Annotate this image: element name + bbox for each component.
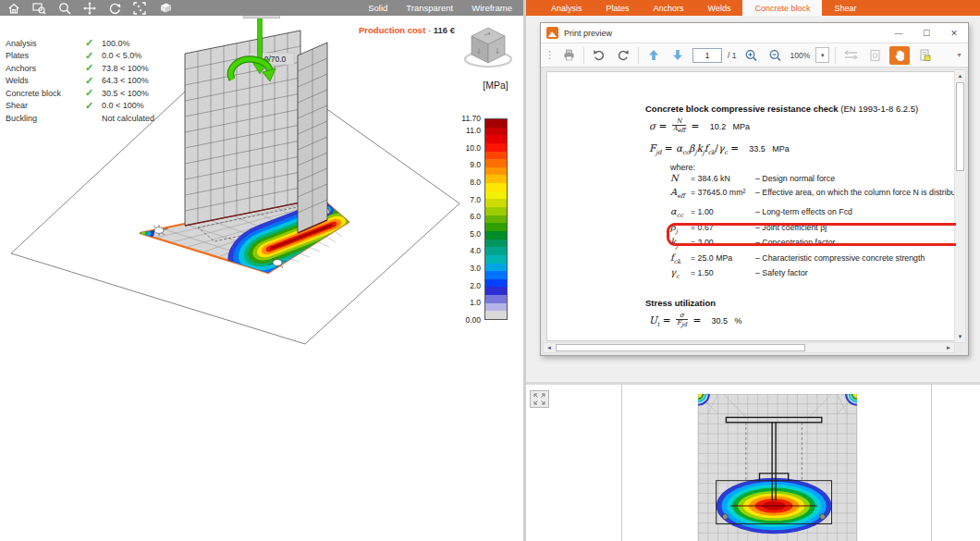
vertical-scroll-thumb[interactable]: [956, 82, 964, 171]
print-preview-app-icon: [546, 27, 558, 39]
scale-tick: 5.0: [438, 229, 481, 239]
horizontal-scroll-thumb[interactable]: [556, 344, 805, 351]
check-row[interactable]: BucklingNot calculated: [6, 112, 154, 125]
zoom-level-label: 100%: [790, 51, 810, 60]
check-row[interactable]: Welds✓64.3 < 100%: [6, 75, 154, 88]
print-button[interactable]: [559, 46, 578, 65]
fit-width-icon: [841, 46, 860, 65]
zoom-icon[interactable]: [58, 2, 71, 15]
param-row: αcc= 1.00– Long-term effects on Fcd: [670, 206, 683, 219]
tab-analysis[interactable]: Analysis: [539, 0, 594, 16]
tab-anchors[interactable]: Anchors: [642, 0, 696, 16]
check-row[interactable]: Concrete block✓30.5 < 100%: [6, 87, 154, 100]
zoom-out-icon[interactable]: [766, 46, 784, 65]
bottom-panel-divider: [621, 385, 622, 541]
idea-statica-app: 0.0/70.0 385.6: [0, 0, 980, 541]
sigma-formula: σ = NAeff = 10.2 MPa: [649, 118, 750, 135]
page-total-label: / 1: [728, 51, 736, 60]
home-icon[interactable]: [7, 2, 20, 15]
scroll-down-icon[interactable]: ▼: [955, 331, 965, 342]
scroll-right-icon[interactable]: ►: [943, 343, 954, 352]
stress-blob: [717, 478, 832, 535]
production-cost: Production cost - 116 €: [359, 25, 455, 35]
fjd-formula: Fjd = αccβjkjfck/γc = 33.5 MPa: [649, 142, 790, 156]
results-pane: AnalysisPlatesAnchorsWeldsConcrete block…: [526, 0, 980, 541]
scene-toolbar: Solid Transparent Wireframe: [0, 0, 523, 16]
scroll-left-icon[interactable]: ◄: [544, 343, 555, 352]
view-mode-wireframe[interactable]: Wireframe: [472, 3, 512, 13]
rotate-icon[interactable]: [108, 2, 121, 15]
check-pass-icon: ✓: [85, 75, 102, 87]
scale-unit-label: [MPa]: [467, 80, 523, 91]
print-preview-toolbar: ⋮ / 1: [541, 43, 968, 68]
view-mode-solid[interactable]: Solid: [368, 3, 387, 13]
toolbar-overflow-icon[interactable]: ▼: [956, 52, 964, 58]
utilization-formula: Ut = σFjd = 30.5 %: [649, 313, 741, 329]
stress-plot-thumbnail[interactable]: [696, 394, 859, 541]
page-number-input[interactable]: [692, 48, 722, 63]
next-page-icon[interactable]: [668, 46, 687, 65]
tab-plates[interactable]: Plates: [594, 0, 642, 16]
navigation-cube[interactable]: [462, 22, 514, 70]
previous-page-icon[interactable]: [644, 46, 663, 65]
expand-arrows-icon: [533, 393, 545, 405]
scale-tick: 8.0: [438, 178, 481, 187]
checks-panel: Analysis✓100.0%Plates✓0.0 < 5.0%Anchors✓…: [6, 37, 154, 125]
bottom-panel-divider: [931, 385, 932, 541]
param-row: βj= 0.67– Joint coefficient βj: [670, 222, 678, 235]
param-row: kj= 3.00– Concentration factor: [670, 237, 678, 250]
pane-splitter[interactable]: [523, 0, 526, 541]
scale-tick: 11.0: [438, 126, 481, 135]
scroll-up-icon[interactable]: ▲: [955, 70, 965, 81]
expand-button[interactable]: [530, 390, 549, 408]
scale-tick: 6.0: [438, 212, 481, 221]
report-page: Concrete block compressive resistance ch…: [546, 71, 957, 341]
pan-hand-button[interactable]: [889, 46, 910, 65]
tab-shear[interactable]: Shear: [822, 0, 868, 16]
close-icon[interactable]: ✕: [940, 23, 968, 43]
zoom-in-icon[interactable]: [741, 46, 760, 65]
solid-box-icon[interactable]: [158, 2, 173, 14]
zoom-window-icon[interactable]: [32, 2, 46, 15]
print-preview-titlebar[interactable]: Print preview — ☐ ✕: [541, 23, 968, 43]
tab-concrete-block[interactable]: Concrete block: [742, 0, 822, 16]
result-tabs: AnalysisPlatesAnchorsWeldsConcrete block…: [526, 0, 980, 16]
scale-tick: 9.0: [438, 160, 481, 169]
pan-icon[interactable]: [83, 2, 96, 15]
param-row: γc= 1.50– Safety factor: [670, 267, 680, 280]
column-flange-plate: [298, 43, 327, 233]
check-pass-icon: ✓: [85, 50, 102, 62]
check-row[interactable]: Plates✓0.0 < 5.0%: [6, 50, 154, 63]
param-row: N= 384.6 kN– Design normal force: [670, 173, 679, 186]
utilization-heading: Stress utilization: [645, 298, 716, 308]
zoom-dropdown[interactable]: ▼: [815, 47, 829, 63]
scale-tick: 7.0: [438, 195, 481, 204]
fit-page-icon: [865, 46, 884, 65]
scale-tick: 10.0: [438, 143, 481, 153]
vertical-scrollbar[interactable]: ▲ ▼: [954, 69, 966, 343]
window-title: Print preview: [564, 29, 885, 38]
maximize-icon[interactable]: ☐: [913, 23, 940, 43]
check-pass-icon: ✓: [85, 62, 102, 74]
check-row[interactable]: Analysis✓100.0%: [6, 37, 154, 50]
scale-tick: 3.0: [438, 264, 481, 273]
check-row[interactable]: Anchors✓73.8 < 100%: [6, 62, 154, 75]
view-mode-transparent[interactable]: Transparent: [406, 3, 453, 13]
tab-welds[interactable]: Welds: [696, 0, 743, 16]
print-preview-window: Print preview — ☐ ✕ ⋮: [540, 22, 969, 356]
minimize-icon[interactable]: —: [885, 23, 913, 43]
undo-icon[interactable]: [590, 46, 608, 65]
check-row[interactable]: Shear✓0.0 < 100%: [6, 100, 154, 113]
production-cost-label: Production cost: [359, 25, 425, 35]
toolbar-grip[interactable]: ⋮: [545, 49, 554, 61]
export-report-icon[interactable]: [915, 46, 934, 65]
redo-icon[interactable]: [614, 46, 632, 65]
horizontal-scrollbar[interactable]: ◄ ►: [543, 342, 955, 353]
check-pass-icon: ✓: [85, 37, 102, 49]
scene-pane: 0.0/70.0 385.6: [0, 0, 523, 541]
where-label: where:: [670, 163, 695, 172]
view-mode-switch: Solid Transparent Wireframe: [368, 3, 516, 13]
bottom-panel: [526, 382, 980, 541]
scale-tick: 4.0: [438, 246, 481, 255]
fit-view-icon[interactable]: [133, 2, 146, 15]
